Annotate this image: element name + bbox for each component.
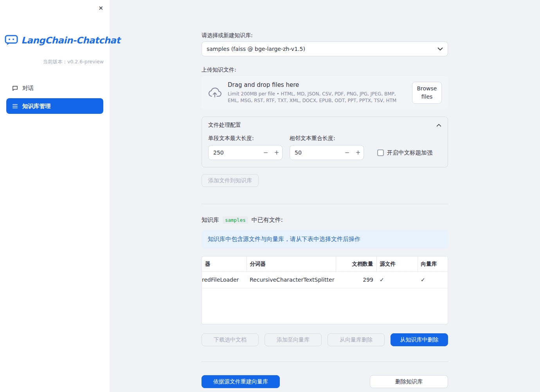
- menu-item-label: 对话: [22, 85, 34, 92]
- browse-files-button[interactable]: Browse files: [412, 82, 442, 104]
- expander-body: 单段文本最大长度: 250 − + 相邻文本重合长度: 50 − +: [208, 135, 441, 160]
- table-header-row: 器 分词器 文档数量 源文件 向量库: [202, 257, 448, 272]
- expander-header[interactable]: 文件处理配置: [208, 122, 441, 129]
- cell-loader[interactable]: redFileLoader: [202, 272, 247, 288]
- file-actions-row: 下载选中文档 添加至向量库 从向量库删除 从知识库中删除: [202, 333, 448, 346]
- cell-source-file-check[interactable]: ✓: [376, 272, 418, 288]
- logo: LangChain-Chatchat: [0, 0, 110, 46]
- chevron-down-icon: [437, 47, 443, 51]
- cell-splitter[interactable]: RecursiveCharacterTextSplitter: [247, 272, 336, 288]
- chevron-up-icon: [436, 124, 441, 127]
- logo-icon: [5, 34, 18, 46]
- kb-name-code: samples: [223, 216, 248, 224]
- delete-from-kb-button[interactable]: 从知识库中删除: [391, 333, 448, 346]
- overlap-size-label: 相邻文本重合长度:: [290, 135, 364, 142]
- upload-label: 上传知识文件:: [202, 67, 448, 74]
- divider: [202, 204, 448, 204]
- chunk-size-input[interactable]: 250 − +: [208, 145, 283, 160]
- uploader-texts: Drag and drop files here Limit 200MB per…: [228, 81, 406, 104]
- minus-stepper-button[interactable]: −: [342, 146, 353, 160]
- uploader-title: Drag and drop files here: [228, 81, 406, 88]
- column-header-loader[interactable]: 器: [202, 257, 247, 272]
- sidebar: ✕ LangChain-Chatchat 当前版本：v0.2.6-preview…: [0, 0, 110, 392]
- zh-title-checkbox-group[interactable]: 开启中文标题加强: [377, 149, 432, 156]
- column-header-vector-store[interactable]: 向量库: [418, 257, 448, 272]
- column-header-doc-count[interactable]: 文档数量: [336, 257, 376, 272]
- overlap-size-value: 50: [290, 149, 342, 156]
- delete-kb-button[interactable]: 删除知识库: [370, 375, 448, 388]
- overlap-size-group: 相邻文本重合长度: 50 − +: [290, 135, 364, 160]
- table-row[interactable]: redFileLoader RecursiveCharacterTextSpli…: [202, 272, 448, 288]
- knowledge-base-icon: [12, 103, 18, 110]
- kb-select-value: samples (faiss @ bge-large-zh-v1.5): [207, 46, 305, 52]
- file-uploader-dropzone[interactable]: Drag and drop files here Limit 200MB per…: [202, 76, 448, 110]
- minus-stepper-button[interactable]: −: [260, 146, 271, 160]
- files-table: 器 分词器 文档数量 源文件 向量库 redFileLoader Recursi…: [202, 257, 448, 288]
- file-config-expander: 文件处理配置 单段文本最大长度: 250 − + 相邻文本重合长度:: [202, 117, 448, 167]
- cell-doc-count[interactable]: 299: [336, 272, 376, 288]
- logo-text: LangChain-Chatchat: [21, 35, 120, 45]
- kb-select[interactable]: samples (faiss @ bge-large-zh-v1.5): [202, 41, 448, 56]
- existing-files-prefix: 知识库: [202, 216, 219, 224]
- add-to-vector-store-button[interactable]: 添加至向量库: [265, 333, 322, 346]
- sidebar-menu: 对话 知识库管理: [0, 80, 110, 114]
- expander-title: 文件处理配置: [208, 122, 241, 129]
- zh-title-checkbox-label: 开启中文标题加强: [387, 149, 432, 156]
- existing-files-line: 知识库 samples 中已有文件:: [202, 216, 448, 224]
- column-header-source-file[interactable]: 源文件: [376, 257, 418, 272]
- chunk-size-value: 250: [209, 149, 260, 156]
- kb-select-label: 请选择或新建知识库:: [202, 32, 448, 39]
- plus-stepper-button[interactable]: +: [271, 146, 282, 160]
- sidebar-item-dialogue[interactable]: 对话: [6, 80, 103, 96]
- main-content: 请选择或新建知识库: samples (faiss @ bge-large-zh…: [110, 0, 540, 392]
- overlap-size-input[interactable]: 50 − +: [290, 145, 364, 160]
- plus-stepper-button[interactable]: +: [353, 146, 364, 160]
- existing-files-suffix: 中已有文件:: [252, 216, 283, 224]
- chat-icon: [12, 85, 18, 92]
- chunk-size-group: 单段文本最大长度: 250 − +: [208, 135, 283, 160]
- menu-item-label: 知识库管理: [22, 102, 51, 110]
- checkbox-unchecked[interactable]: [377, 149, 384, 156]
- column-header-splitter[interactable]: 分词器: [247, 257, 336, 272]
- close-icon[interactable]: ✕: [97, 3, 105, 13]
- delete-from-vector-store-button[interactable]: 从向量库删除: [328, 333, 385, 346]
- divider: [202, 361, 448, 362]
- files-dataframe: 器 分词器 文档数量 源文件 向量库 redFileLoader Recursi…: [202, 256, 448, 324]
- sidebar-item-kb-management[interactable]: 知识库管理: [6, 98, 103, 114]
- cell-vector-store-check[interactable]: ✓: [418, 272, 448, 288]
- chunk-size-label: 单段文本最大长度:: [208, 135, 283, 142]
- version-text: 当前版本：v0.2.6-preview: [0, 59, 110, 65]
- cloud-upload-icon: [208, 87, 222, 98]
- rebuild-vector-store-button[interactable]: 依据源文件重建向量库: [202, 375, 280, 388]
- uploader-limit-text: Limit 200MB per file • HTML, MD, JSON, C…: [228, 91, 406, 104]
- kb-bottom-actions: 依据源文件重建向量库 删除知识库: [202, 375, 448, 388]
- download-selected-button[interactable]: 下载选中文档: [202, 333, 259, 346]
- add-files-to-kb-button[interactable]: 添加文件到知识库: [202, 174, 259, 187]
- info-banner: 知识库中包含源文件与向量库，请从下表中选择文件后操作: [202, 230, 448, 248]
